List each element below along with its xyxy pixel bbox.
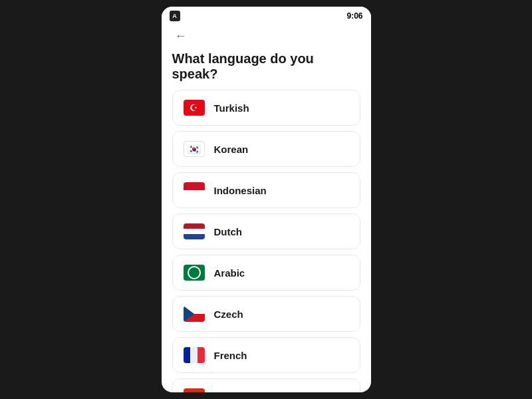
language-name-czech: Czech bbox=[214, 309, 243, 320]
status-bar-left: A bbox=[170, 11, 180, 21]
language-item-chinese[interactable]: Chinese bbox=[172, 378, 360, 392]
language-name-french: French bbox=[214, 350, 247, 361]
flag-turkish bbox=[184, 100, 205, 116]
language-name-dutch: Dutch bbox=[214, 226, 243, 237]
flag-dutch bbox=[184, 223, 205, 239]
language-name-chinese: Chinese bbox=[214, 391, 253, 393]
language-item-korean[interactable]: 🇰🇷 Korean bbox=[172, 131, 360, 167]
language-name-arabic: Arabic bbox=[214, 267, 245, 279]
language-list: Turkish 🇰🇷 Korean Indonesian Dutch Arabi… bbox=[162, 90, 371, 392]
language-item-czech[interactable]: Czech bbox=[172, 296, 360, 332]
flag-chinese bbox=[184, 388, 205, 392]
phone-frame: A 9:06 ← What language do you speak? Tur… bbox=[162, 7, 371, 392]
flag-korean: 🇰🇷 bbox=[184, 141, 205, 157]
language-name-turkish: Turkish bbox=[214, 102, 249, 114]
language-item-turkish[interactable]: Turkish bbox=[172, 90, 360, 126]
status-bar: A 9:06 bbox=[162, 7, 371, 24]
language-name-korean: Korean bbox=[214, 144, 249, 155]
page-title: What language do you speak? bbox=[162, 51, 371, 90]
app-icon: A bbox=[170, 11, 180, 21]
back-button[interactable]: ← bbox=[172, 27, 190, 46]
flag-french bbox=[184, 347, 205, 363]
status-time: 9:06 bbox=[346, 11, 362, 21]
language-item-arabic[interactable]: Arabic bbox=[172, 255, 360, 291]
language-name-indonesian: Indonesian bbox=[214, 185, 267, 196]
back-button-row: ← bbox=[162, 24, 371, 51]
flag-indonesian bbox=[184, 182, 205, 198]
language-item-french[interactable]: French bbox=[172, 337, 360, 373]
language-item-dutch[interactable]: Dutch bbox=[172, 213, 360, 249]
flag-czech bbox=[184, 306, 205, 322]
language-item-indonesian[interactable]: Indonesian bbox=[172, 172, 360, 208]
flag-arabic bbox=[184, 265, 205, 281]
